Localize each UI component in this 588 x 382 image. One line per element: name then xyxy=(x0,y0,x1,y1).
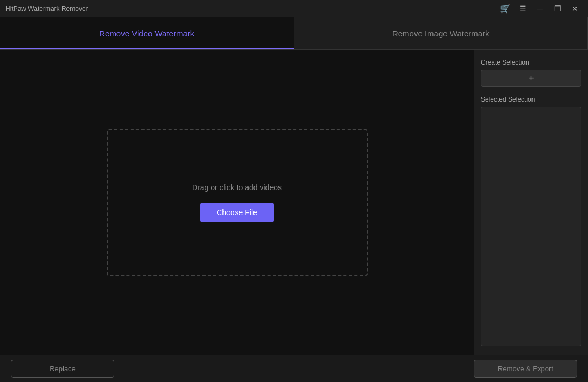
title-bar: HitPaw Watermark Remover 🛒 ☰ ─ ❐ ✕ xyxy=(0,0,588,17)
selected-selection-label: Selected Selection xyxy=(481,96,581,103)
menu-icon[interactable]: ☰ xyxy=(515,3,530,15)
tab-video[interactable]: Remove Video Watermark xyxy=(0,17,294,49)
tab-video-label: Remove Video Watermark xyxy=(99,29,194,38)
plus-icon: + xyxy=(528,73,534,84)
title-bar-left: HitPaw Watermark Remover xyxy=(5,5,88,12)
replace-button[interactable]: Replace xyxy=(11,360,114,378)
create-selection-section: Create Selection + xyxy=(481,59,581,87)
app-title: HitPaw Watermark Remover xyxy=(5,5,88,12)
minimize-button[interactable]: ─ xyxy=(533,3,548,15)
tab-bar: Remove Video Watermark Remove Image Wate… xyxy=(0,17,588,50)
create-selection-button[interactable]: + xyxy=(481,70,581,87)
tab-image[interactable]: Remove Image Watermark xyxy=(294,17,589,49)
tab-image-label: Remove Image Watermark xyxy=(392,29,490,38)
selected-selection-section: Selected Selection xyxy=(481,96,581,346)
drop-zone[interactable]: Drag or click to add videos Choose File xyxy=(107,129,368,276)
right-panel: Create Selection + Selected Selection xyxy=(474,50,588,355)
selected-selection-box xyxy=(481,107,581,346)
remove-export-button[interactable]: Remove & Export xyxy=(474,360,577,378)
choose-file-button[interactable]: Choose File xyxy=(200,203,274,222)
close-button[interactable]: ✕ xyxy=(567,3,583,15)
title-bar-controls: 🛒 ☰ ─ ❐ ✕ xyxy=(498,3,583,15)
cart-icon[interactable]: 🛒 xyxy=(498,3,513,15)
restore-button[interactable]: ❐ xyxy=(550,3,565,15)
main-layout: Drag or click to add videos Choose File … xyxy=(0,50,588,355)
create-selection-label: Create Selection xyxy=(481,59,581,66)
content-area: Drag or click to add videos Choose File xyxy=(0,50,474,355)
bottom-bar: Replace Remove & Export xyxy=(0,355,588,382)
drag-text: Drag or click to add videos xyxy=(192,183,282,192)
